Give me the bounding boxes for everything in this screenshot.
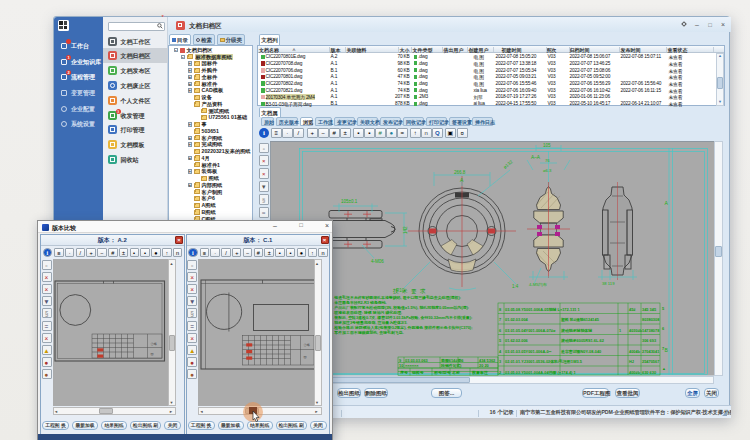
svg-text:技 术 要 求: 技 术 要 求 [393, 288, 427, 295]
svg-text:4030#b: 4030#b [629, 328, 643, 333]
svg-text:03.05.08.Y5001-006A-05轴辅 L×172: 03.05.08.Y5001-006A-05轴辅 L×172-131 1 [505, 307, 581, 312]
svg-text:塑料 轮#液轴6124145: 塑料 轮#液轴6124145 [560, 317, 600, 322]
svg-text:7: 7 [499, 317, 501, 322]
svg-text:27043041: 27043041 [642, 349, 660, 354]
svg-text:630 630: 630 630 [642, 370, 656, 375]
svg-text:03.01.03.05Y001-006A-0••: 03.01.03.05Y001-006A-0•• [505, 349, 552, 354]
svg-text:76: 76 [545, 158, 550, 163]
svg-text:10: 10 [399, 363, 403, 368]
svg-text:01.62.02.006: 01.62.02.006 [505, 338, 529, 343]
svg-text:01.02.03.004: 01.02.03.004 [505, 317, 529, 322]
svg-text:图: 图 [304, 355, 307, 359]
svg-text:266.8: 266.8 [454, 170, 466, 175]
svg-text:306 693: 306 693 [642, 338, 657, 343]
svg-text:38 119: 38 119 [602, 281, 615, 286]
svg-text:105: 105 [543, 143, 551, 148]
svg-text:25470567: 25470567 [642, 359, 659, 364]
svg-text:7: 7 [662, 346, 664, 351]
svg-text:A–A: A–A [531, 155, 541, 160]
svg-text:垫圈614#垫6: 垫圈614#垫6 [440, 358, 464, 363]
svg-text:迭宫密封圈N0Y-08-040: 迭宫密封圈N0Y-08-040 [560, 349, 601, 354]
svg-text:▲: ▲ [662, 366, 666, 371]
svg-text:滚动轴承辅轴体辅: 滚动轴承辅轴体辅 [560, 328, 592, 333]
svg-text:名称: 名称 [451, 370, 460, 375]
svg-text:14738078: 14738078 [642, 328, 660, 333]
svg-text:105±0.1: 105±0.1 [341, 199, 358, 204]
svg-text:图号/型号: 图号/型号 [434, 370, 451, 375]
svg-text:02.01.01.YJ3001-0536-02体轮/毛坯图1: 02.01.01.YJ3001-0536-02体轮/毛坯图1W3.5 [505, 359, 583, 364]
svg-text:4-M06: 4-M06 [371, 259, 384, 264]
svg-text:1:4: 1:4 [512, 284, 519, 289]
svg-text:ø6.3: ø6.3 [543, 168, 552, 173]
svg-text:8. 零件加工面不得磧碰划伤, 去除毛刺飞边.: 8. 零件加工面不得磧碰划伤, 去除毛刺飞边. [330, 330, 404, 335]
svg-text:20 20: 20 20 [479, 363, 489, 368]
svg-text:××××××: ×××××× [405, 363, 419, 368]
svg-text:03.03.03.063: 03.03.03.063 [405, 358, 429, 363]
svg-text:142: 142 [403, 226, 408, 234]
svg-text:备注: 备注 [479, 370, 488, 375]
svg-text:序号: 序号 [399, 370, 408, 375]
svg-text:434 5362: 434 5362 [479, 358, 496, 363]
svg-text:吨钢件9(式): 吨钢件9(式) [441, 363, 462, 368]
svg-text:HJ: HJ [629, 359, 634, 364]
svg-text:滚动轴承6005RS1.6L.62: 滚动轴承6005RS1.6L.62 [560, 338, 605, 343]
svg-text:数量: 数量 [471, 370, 480, 375]
svg-text:4004b: 4004b [629, 349, 641, 354]
svg-text:物料号: 物料号 [411, 370, 424, 375]
svg-text:图: 图 [150, 352, 153, 356]
svg-text:45#: 45# [629, 307, 636, 312]
svg-text:400#b: 400#b [629, 370, 641, 375]
svg-text:合格: 合格 [304, 343, 310, 347]
svg-text:03.01.05.04Y001-006A-07#ø: 03.01.05.04Y001-006A-07#ø [505, 328, 556, 333]
svg-text:345 345: 345 345 [642, 307, 657, 312]
svg-text:4-M5均布: 4-M5均布 [529, 282, 548, 287]
svg-text:03.05.03.Y5001-004A-04挡圈 (×174: 03.05.03.Y5001-004A-04挡圈 (×174-4) 1 [505, 370, 576, 375]
svg-text:80380308: 80380308 [642, 317, 660, 322]
svg-text:合格: 合格 [150, 342, 156, 346]
